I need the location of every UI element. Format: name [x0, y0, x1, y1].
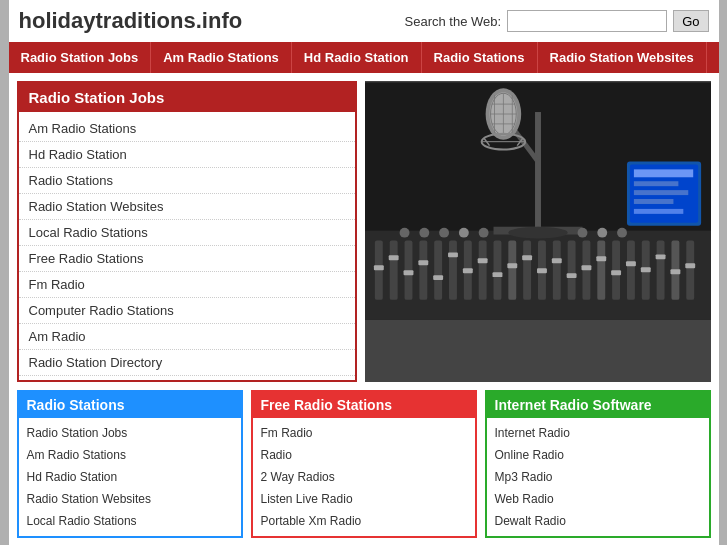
list-item[interactable]: Computer Radio Stations [19, 298, 355, 324]
nav-item-am-radio-stations[interactable]: Am Radio Stations [151, 42, 292, 73]
svg-point-69 [458, 228, 468, 238]
bottom-panel-title-green: Internet Radio Software [487, 392, 709, 418]
list-item[interactable]: Radio Stations [19, 168, 355, 194]
list-item[interactable]: Free Radio Stations [19, 246, 355, 272]
nav-item-radio-stations[interactable]: Radio Stations [422, 42, 538, 73]
list-item[interactable]: Dewalt Radio [487, 510, 709, 532]
list-item[interactable]: Portable Xm Radio [253, 510, 475, 532]
svg-rect-14 [552, 241, 560, 300]
nav-item-radio-station-websites[interactable]: Radio Station Websites [538, 42, 707, 73]
search-label: Search the Web: [405, 14, 502, 29]
bottom-panel-links-red: Fm Radio Radio 2 Way Radios Listen Live … [253, 418, 475, 536]
svg-rect-29 [448, 252, 458, 257]
svg-rect-40 [611, 270, 621, 275]
svg-rect-49 [633, 181, 677, 186]
list-item[interactable]: Local Radio Stations [19, 220, 355, 246]
site-title: holidaytraditions.info [19, 8, 243, 34]
nav-item-radio-station-jobs[interactable]: Radio Station Jobs [9, 42, 152, 73]
list-item[interactable]: Am Radio [19, 324, 355, 350]
svg-rect-19 [626, 241, 634, 300]
svg-rect-11 [508, 241, 516, 300]
list-item[interactable]: Hd Radio Station [19, 142, 355, 168]
svg-rect-10 [493, 241, 501, 300]
svg-rect-27 [418, 260, 428, 265]
search-area: Search the Web: Go [405, 10, 709, 32]
svg-rect-33 [507, 263, 517, 268]
list-item[interactable]: Local Radio Stations [19, 510, 241, 532]
list-item[interactable]: Fm Radio [253, 422, 475, 444]
nav-item-hd-radio-station[interactable]: Hd Radio Station [292, 42, 422, 73]
svg-point-68 [439, 228, 449, 238]
svg-rect-15 [567, 241, 575, 300]
svg-point-73 [617, 228, 627, 238]
svg-rect-6 [434, 241, 442, 300]
list-item[interactable]: Online Radio [487, 444, 709, 466]
bottom-panel-links-green: Internet Radio Online Radio Mp3 Radio We… [487, 418, 709, 536]
svg-rect-36 [551, 258, 561, 263]
svg-rect-31 [477, 258, 487, 263]
svg-rect-28 [433, 275, 443, 280]
bottom-panel-title-blue: Radio Stations [19, 392, 241, 418]
bottom-panel-free-radio-stations: Free Radio Stations Fm Radio Radio 2 Way… [251, 390, 477, 538]
main-content: Radio Station Jobs Am Radio Stations Hd … [9, 73, 719, 390]
svg-rect-23 [686, 241, 694, 300]
left-panel-links: Am Radio Stations Hd Radio Station Radio… [19, 112, 355, 380]
list-item[interactable]: Listen Live Radio [253, 488, 475, 510]
nav-bar: Radio Station Jobs Am Radio Stations Hd … [9, 42, 719, 73]
radio-studio-image [365, 81, 711, 321]
svg-rect-41 [625, 261, 635, 266]
svg-point-65 [508, 227, 567, 239]
svg-rect-9 [478, 241, 486, 300]
list-item[interactable]: Mp3 Radio [487, 466, 709, 488]
svg-rect-43 [655, 254, 665, 259]
svg-rect-12 [523, 241, 531, 300]
svg-rect-16 [582, 241, 590, 300]
left-panel-title: Radio Station Jobs [19, 83, 355, 112]
svg-rect-3 [389, 241, 397, 300]
list-item[interactable]: Fm Radio [19, 272, 355, 298]
list-item[interactable]: 2 Way Radios [253, 466, 475, 488]
page-wrapper: holidaytraditions.info Search the Web: G… [9, 0, 719, 545]
bottom-panel-internet-radio: Internet Radio Software Internet Radio O… [485, 390, 711, 538]
svg-rect-35 [537, 268, 547, 273]
list-item[interactable]: Am Radio Stations [19, 116, 355, 142]
svg-rect-5 [419, 241, 427, 300]
list-item[interactable]: Web Radio [487, 488, 709, 510]
svg-point-70 [478, 228, 488, 238]
bottom-panel-title-red: Free Radio Stations [253, 392, 475, 418]
list-item[interactable]: Hd Radio Station [19, 466, 241, 488]
svg-rect-21 [656, 241, 664, 300]
svg-rect-44 [670, 269, 680, 274]
svg-rect-2 [374, 241, 382, 300]
svg-point-66 [399, 228, 409, 238]
svg-point-67 [419, 228, 429, 238]
svg-rect-26 [403, 270, 413, 275]
svg-rect-30 [462, 268, 472, 273]
list-item[interactable]: Radio Station Websites [19, 488, 241, 510]
svg-rect-37 [566, 273, 576, 278]
svg-rect-42 [640, 267, 650, 272]
svg-rect-50 [633, 190, 687, 195]
svg-point-72 [597, 228, 607, 238]
search-input[interactable] [507, 10, 667, 32]
search-button[interactable]: Go [673, 10, 708, 32]
svg-rect-25 [388, 255, 398, 260]
svg-rect-45 [685, 263, 695, 268]
list-item[interactable]: Radio Station Websites [19, 194, 355, 220]
list-item[interactable]: Am Radio Stations [19, 444, 241, 466]
list-item[interactable]: Internet Radio [487, 422, 709, 444]
list-item[interactable]: Radio [253, 444, 475, 466]
svg-rect-48 [633, 169, 692, 177]
svg-rect-52 [633, 209, 682, 214]
list-item[interactable]: Radio Station Directory [19, 350, 355, 376]
svg-rect-51 [633, 199, 673, 204]
bottom-panels: Radio Stations Radio Station Jobs Am Rad… [9, 390, 719, 545]
bottom-panel-links-blue: Radio Station Jobs Am Radio Stations Hd … [19, 418, 241, 536]
list-item[interactable]: Radio Station Jobs [19, 422, 241, 444]
svg-point-71 [577, 228, 587, 238]
svg-rect-32 [492, 272, 502, 277]
svg-rect-7 [449, 241, 457, 300]
header: holidaytraditions.info Search the Web: G… [9, 0, 719, 42]
svg-rect-17 [597, 241, 605, 300]
bottom-panel-radio-stations: Radio Stations Radio Station Jobs Am Rad… [17, 390, 243, 538]
